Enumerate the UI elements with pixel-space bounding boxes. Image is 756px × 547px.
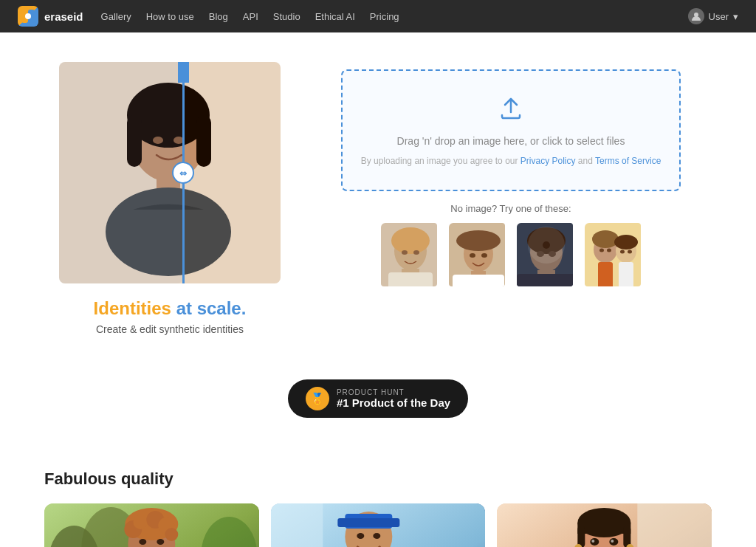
svg-rect-24 [388,272,433,288]
svg-rect-51 [619,262,633,288]
svg-rect-99 [578,523,631,534]
svg-point-48 [614,235,638,250]
svg-point-22 [413,250,419,255]
upload-icon [498,94,524,126]
nav-pricing[interactable]: Pricing [370,11,399,22]
svg-point-106 [592,540,595,543]
nav-links: Gallery How to use Blog API Studio Ethic… [101,11,670,22]
svg-point-49 [620,250,625,254]
sample-images [379,221,642,288]
logo-link[interactable]: eraseid [18,6,83,27]
quality-card-3[interactable] [497,503,712,547]
svg-rect-101 [624,526,631,547]
product-hunt-container: 🏅 PRODUCT HUNT #1 Product of the Day [0,357,756,440]
svg-point-50 [628,250,632,254]
sample-image-4[interactable] [583,221,642,288]
svg-point-104 [591,538,599,546]
nav-gallery[interactable]: Gallery [101,11,131,22]
tagline-word2: at scale. [176,298,247,318]
quality-image-3 [497,503,712,547]
svg-rect-31 [453,275,504,288]
hero-tagline-main: Identities at scale. [94,298,247,319]
svg-rect-30 [471,271,486,275]
svg-point-44 [599,249,604,252]
quality-section: Fabulous quality [0,455,756,547]
upload-terms-text: By uploading an image you agree to our P… [361,156,662,166]
svg-point-105 [610,538,619,546]
quality-title: Fabulous quality [44,469,712,489]
navigation: eraseid Gallery How to use Blog API Stud… [0,0,756,32]
svg-point-107 [611,540,614,543]
svg-rect-85 [337,518,399,527]
svg-rect-39 [517,274,574,288]
svg-rect-46 [598,262,613,288]
quality-grid [44,503,712,547]
svg-point-70 [165,528,178,541]
hero-comparison-image: ⇔ [59,62,281,283]
no-image-label: No image? Try one of these: [450,203,571,214]
upload-zone[interactable]: Drag 'n' drop an image here, or click to… [341,69,681,191]
quality-card-1[interactable] [44,503,259,547]
brand-name: eraseid [44,10,83,23]
svg-rect-100 [578,526,585,547]
hero-tagline: Identities at scale. Create & edit synth… [94,298,247,335]
svg-point-27 [456,230,501,251]
hero-right: Drag 'n' drop an image here, or click to… [325,62,697,288]
svg-rect-8 [196,115,211,167]
svg-point-28 [470,253,475,258]
hero-image-container: ⇔ [59,62,281,283]
upload-main-text: Drag 'n' drop an image here, or click to… [397,135,625,147]
svg-rect-92 [638,503,712,547]
svg-point-73 [157,539,164,545]
svg-point-86 [357,533,364,539]
quality-image-1 [44,503,259,547]
ph-text: PRODUCT HUNT #1 Product of the Day [337,388,450,409]
ph-medal-icon: 🏅 [306,387,329,410]
nav-studio[interactable]: Studio [273,11,300,22]
terms-of-service-link[interactable]: Terms of Service [595,156,661,166]
sample-image-1[interactable] [379,221,439,288]
svg-point-2 [25,13,31,19]
svg-point-20 [391,227,430,254]
svg-rect-13 [59,62,183,283]
privacy-policy-link[interactable]: Privacy Policy [520,156,576,166]
svg-point-72 [139,539,146,545]
ph-title: #1 Product of the Day [337,396,450,409]
svg-point-45 [607,249,611,252]
nav-blog[interactable]: Blog [209,11,228,22]
svg-text:⇔: ⇔ [179,168,187,179]
svg-point-21 [402,250,408,255]
hero-section: ⇔ Identities at scale. Create & edit syn… [0,32,756,350]
svg-rect-38 [537,270,555,274]
nav-api[interactable]: API [243,11,258,22]
svg-rect-15 [178,62,189,83]
product-hunt-badge[interactable]: 🏅 PRODUCT HUNT #1 Product of the Day [288,379,468,418]
quality-card-2[interactable] [271,503,486,547]
svg-point-29 [481,253,487,258]
quality-image-2 [271,503,486,547]
nav-how-to-use[interactable]: How to use [146,11,194,22]
user-dropdown-icon: ▾ [733,11,738,22]
hero-left: ⇔ Identities at scale. Create & edit syn… [59,62,281,335]
sample-image-3[interactable] [515,221,574,288]
user-label: User [709,11,729,22]
upload-terms-connector: and [578,156,595,166]
upload-terms-prefix: By uploading an image you agree to our [361,156,520,166]
ph-label: PRODUCT HUNT [337,388,450,396]
sample-image-2[interactable] [447,221,506,288]
svg-rect-90 [271,503,323,547]
tagline-word1: Identities [94,298,171,318]
hero-subtitle: Create & edit synthetic identities [94,323,247,335]
svg-rect-23 [402,269,419,272]
user-avatar-icon [688,8,704,24]
svg-point-43 [592,230,619,248]
logo-icon [18,6,38,27]
svg-point-87 [373,533,380,539]
svg-point-67 [133,515,148,529]
nav-ethical-ai[interactable]: Ethical AI [315,11,355,22]
user-menu[interactable]: User ▾ [688,8,738,24]
